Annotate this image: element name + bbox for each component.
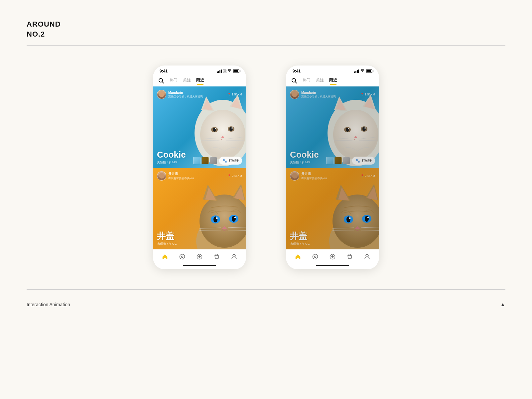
status-bar-left: 9:41  xyxy=(153,66,246,75)
home-bar-right xyxy=(286,263,379,269)
card-jinggai-right[interactable]: 是井盖 有没有可爱的布偶MM 📍 2.15KM 井盖 布偶猫 4岁 GG xyxy=(286,168,379,249)
card-user-jinggai-left: 是井盖 有没有可爱的布偶MM xyxy=(157,171,194,181)
avatar-jinggai-right xyxy=(290,171,299,181)
card-bottom-cookie-right: Cookie 美短猫 4岁 MM 🐾 打招呼 xyxy=(290,150,375,165)
bottom-nav-left xyxy=(153,249,246,263)
nav-tabs-right: 热门 关注 附近 xyxy=(303,77,337,84)
battery-icon-left xyxy=(233,69,239,73)
subtitle-mandarin-left: 宠物店小老板，欢迎大家咨询 xyxy=(168,95,203,98)
card-bottom-cookie-left: Cookie 美短猫 4岁 MM 🐾 打招呼 xyxy=(157,150,242,165)
thumb1-left xyxy=(193,157,200,164)
pet-details-jinggai-left: 布偶猫 4岁 GG xyxy=(157,242,177,246)
thumbnails-cookie-left xyxy=(193,157,217,164)
nav-home-left[interactable] xyxy=(162,253,168,260)
tab-hot-right[interactable]: 热门 xyxy=(303,77,311,84)
distance-jinggai-left: 📍 2.15KM xyxy=(227,174,242,178)
pet-details-jinggai-right: 布偶猫 4岁 GG xyxy=(290,242,310,246)
card-overlay-cookie-left: Mandarin 宠物店小老板，欢迎大家咨询 📍 1.50KM Cookie 美… xyxy=(153,86,246,168)
feed-left: Mandarin 宠物店小老板，欢迎大家咨询 📍 1.50KM Cookie 美… xyxy=(153,86,246,249)
user-info-mandarin-right: Mandarin 宠物店小老板，欢迎大家咨询 xyxy=(301,91,336,98)
pet-details-cookie-left: 美短猫 4岁 MM xyxy=(157,160,186,165)
svg-point-37 xyxy=(182,256,183,258)
card-jinggai-left[interactable]: 是井盖 有没有可爱的布偶MM 📍 2.15KM 井盖 布偶猫 4岁 GG xyxy=(153,168,246,249)
footer-label: Interaction Animation xyxy=(27,302,70,307)
greet-label-right: 打招呼 xyxy=(362,158,372,163)
nav-shop-left[interactable] xyxy=(213,253,220,260)
card-overlay-jinggai-right: 是井盖 有没有可爱的布偶MM 📍 2.15KM 井盖 布偶猫 4岁 GG xyxy=(286,168,379,249)
distance-cookie-left: 📍 1.50KM xyxy=(227,93,242,96)
nav-shop-right[interactable] xyxy=(346,253,353,260)
footer: Interaction Animation ▲ xyxy=(0,290,532,323)
pet-name-jinggai-left: 井盖 xyxy=(157,232,177,240)
time-left: 9:41 xyxy=(160,69,168,73)
pet-info-cookie-left: Cookie 美短猫 4岁 MM xyxy=(157,150,186,165)
signal-icon-left xyxy=(217,69,222,73)
username-jinggai-left: 是井盖 xyxy=(168,172,194,176)
avatar-jinggai-left xyxy=(157,171,166,181)
search-icon-left[interactable] xyxy=(158,78,164,84)
thumb2-left xyxy=(201,157,209,164)
home-indicator-left xyxy=(183,265,216,266)
pet-name-jinggai-right: 井盖 xyxy=(290,232,310,240)
greet-btn-cookie-right[interactable]: 🐾 打招呼 xyxy=(352,157,375,165)
title-line1: AROUND xyxy=(27,20,505,29)
nav-bar-left: 热门 关注 附近 xyxy=(153,75,246,86)
svg-line-1 xyxy=(162,81,164,83)
pet-info-jinggai-left: 井盖 布偶猫 4岁 GG xyxy=(157,232,177,246)
card-actions-cookie-right: 🐾 打招呼 xyxy=(326,157,375,165)
card-cookie-left[interactable]: Mandarin 宠物店小老板，欢迎大家咨询 📍 1.50KM Cookie 美… xyxy=(153,86,246,168)
tab-hot-left[interactable]: 热门 xyxy=(170,77,178,84)
username-mandarin-right: Mandarin xyxy=(301,91,336,94)
wifi-icon-right xyxy=(360,69,364,73)
username-mandarin-left: Mandarin xyxy=(168,91,203,94)
subtitle-jinggai-right: 有没有可爱的布偶MM xyxy=(301,177,327,180)
card-user-cookie-right: Mandarin 宠物店小老板，欢迎大家咨询 xyxy=(290,90,336,99)
bottom-nav-right xyxy=(286,249,379,263)
nav-discover-right[interactable] xyxy=(312,253,319,260)
greet-icon-left: 🐾 xyxy=(222,158,227,163)
card-overlay-cookie-right: Mandarin 宠物店小老板，欢迎大家咨询 📍 1.50KM Cookie 美… xyxy=(286,86,379,168)
card-cookie-right[interactable]: Mandarin 宠物店小老板，欢迎大家咨询 📍 1.50KM Cookie 美… xyxy=(286,86,379,168)
card-bottom-jinggai-left: 井盖 布偶猫 4岁 GG xyxy=(157,232,242,246)
svg-point-78 xyxy=(313,254,318,259)
status-bar-right: 9:41 xyxy=(286,66,379,75)
thumb2-right xyxy=(334,157,342,164)
nav-tabs-left: 热门 关注 附近 xyxy=(170,77,204,84)
nav-profile-right[interactable] xyxy=(364,253,370,260)
battery-icon-right xyxy=(366,69,372,73)
nav-add-right[interactable] xyxy=(329,253,336,260)
distance-cookie-right: 📍 1.50KM xyxy=(360,93,375,96)
nav-discover-left[interactable] xyxy=(179,253,186,260)
thumb1-right xyxy=(326,157,333,164)
distance-jinggai-right: 📍 2.15KM xyxy=(360,174,375,178)
card-overlay-jinggai-left: 是井盖 有没有可爱的布偶MM 📍 2.15KM 井盖 布偶猫 4岁 GG xyxy=(153,168,246,249)
svg-point-79 xyxy=(315,256,316,258)
status-icons-right xyxy=(354,69,372,73)
thumbnails-cookie-right xyxy=(326,157,350,164)
nav-home-right[interactable] xyxy=(295,253,301,260)
status-icons-left:  xyxy=(217,69,239,73)
tab-nearby-left[interactable]: 附近 xyxy=(196,77,204,84)
card-header-jinggai-left: 是井盖 有没有可爱的布偶MM 📍 2.15KM xyxy=(157,171,242,181)
search-icon-right[interactable] xyxy=(291,78,297,84)
subtitle-mandarin-right: 宠物店小老板，欢迎大家咨询 xyxy=(301,95,336,98)
user-info-jinggai-right: 是井盖 有没有可爱的布偶MM xyxy=(301,172,327,180)
thumb3-left xyxy=(210,157,217,164)
header: AROUND NO.2 xyxy=(0,0,532,45)
up-icon[interactable]: ▲ xyxy=(500,302,505,308)
card-actions-cookie-left: 🐾 打招呼 xyxy=(193,157,242,165)
tab-follow-left[interactable]: 关注 xyxy=(183,77,191,84)
nav-bar-right: 热门 关注 附近 xyxy=(286,75,379,86)
pet-details-cookie-right: 美短猫 4岁 MM xyxy=(290,160,319,165)
card-bottom-jinggai-right: 井盖 布偶猫 4岁 GG xyxy=(290,232,375,246)
card-header-jinggai-right: 是井盖 有没有可爱的布偶MM 📍 2.15KM xyxy=(290,171,375,181)
pet-info-cookie-right: Cookie 美短猫 4岁 MM xyxy=(290,150,319,165)
pet-name-cookie-left: Cookie xyxy=(157,150,186,159)
tab-follow-right[interactable]: 关注 xyxy=(316,77,324,84)
user-info-mandarin-left: Mandarin 宠物店小老板，欢迎大家咨询 xyxy=(168,91,203,98)
greet-btn-cookie-left[interactable]: 🐾 打招呼 xyxy=(219,157,242,165)
tab-nearby-right[interactable]: 附近 xyxy=(329,77,337,84)
avatar-mandarin-right xyxy=(290,90,299,99)
nav-add-left[interactable] xyxy=(196,253,203,260)
nav-profile-left[interactable] xyxy=(231,253,237,260)
